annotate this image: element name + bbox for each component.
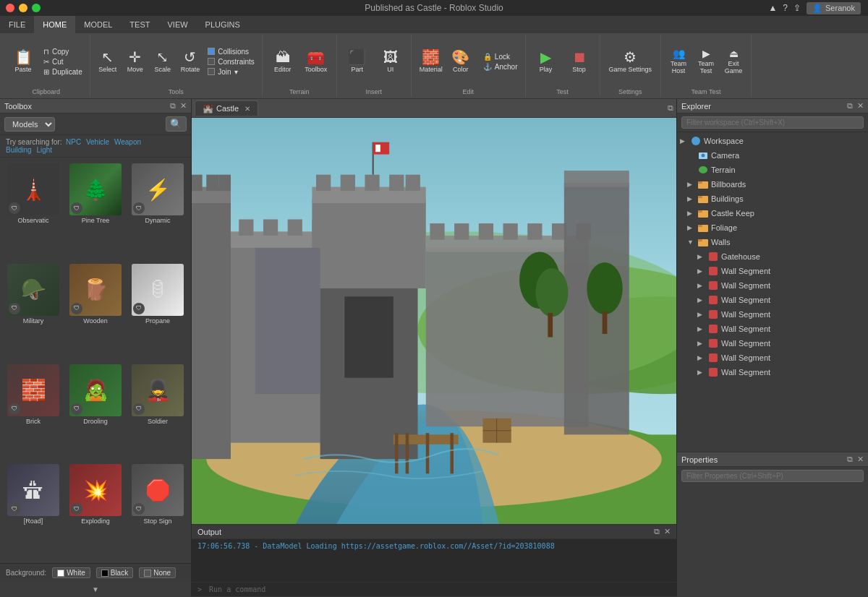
model-item-pine-tree[interactable]: 🌲🛡Pine Tree <box>65 160 126 259</box>
tab-view[interactable]: VIEW <box>158 16 196 33</box>
help-icon[interactable]: ? <box>783 3 788 13</box>
explorer-maximize-icon[interactable]: ⧉ <box>847 101 853 111</box>
lock-button[interactable]: 🔒 Lock <box>480 52 521 61</box>
tree-item-0[interactable]: ▶Workspace <box>677 134 868 148</box>
part-button[interactable]: ⬛ Part <box>341 47 373 76</box>
svg-rect-34 <box>454 223 469 239</box>
cut-button[interactable]: ✂ Cut <box>41 57 85 66</box>
search-button[interactable]: 🔍 <box>166 116 187 132</box>
properties-maximize-icon[interactable]: ⧉ <box>847 455 853 464</box>
join-button[interactable]: Join ▾ <box>205 67 258 77</box>
tree-item-1[interactable]: Camera <box>677 148 868 163</box>
models-dropdown[interactable]: Models <box>4 117 55 132</box>
stop-button[interactable]: ⏹ Stop <box>563 47 595 76</box>
model-item-[road][interactable]: 🛣🛡[Road] <box>3 461 64 560</box>
share-icon[interactable]: ⇪ <box>793 3 801 13</box>
explorer-search-input[interactable] <box>681 116 864 129</box>
model-item-stop-sign[interactable]: 🛑🛡Stop Sign <box>127 461 188 560</box>
bg-none-option[interactable]: None <box>139 567 176 578</box>
bg-white-option[interactable]: White <box>52 567 90 578</box>
close-button[interactable] <box>6 4 14 12</box>
output-close-icon[interactable]: ✕ <box>664 527 671 536</box>
toolbox-close-icon[interactable]: ✕ <box>180 101 187 111</box>
close-tab-button[interactable]: ✕ <box>244 105 250 113</box>
viewport-maximize-icon[interactable]: ⧉ <box>668 103 673 113</box>
suggestion-light[interactable]: Light <box>36 146 52 154</box>
tree-item-3[interactable]: ▶Billboards <box>677 177 868 192</box>
minimize-button[interactable] <box>19 4 27 12</box>
svg-rect-13 <box>263 220 278 236</box>
tree-item-15[interactable]: ▶Wall Segment <box>677 351 868 365</box>
castle-tab[interactable]: 🏰 Castle ✕ <box>195 100 258 116</box>
editor-button[interactable]: 🏔 Editor <box>267 47 299 76</box>
toolbox-button[interactable]: 🧰 Toolbox <box>300 47 332 76</box>
scale-button[interactable]: ⤡ Scale <box>150 48 176 75</box>
tree-item-13[interactable]: ▶Wall Segment <box>677 322 868 336</box>
tree-item-16[interactable]: ▶Wall Segment <box>677 365 868 379</box>
model-item-dynamic[interactable]: ⚡🛡Dynamic <box>127 160 188 259</box>
tab-plugins[interactable]: PLUGINS <box>197 16 249 33</box>
tree-item-12[interactable]: ▶Wall Segment <box>677 307 868 322</box>
model-item-drooling[interactable]: 🧟🛡Drooling <box>65 361 126 460</box>
up-arrow-icon[interactable]: ▲ <box>768 3 777 13</box>
explorer-close-icon[interactable]: ✕ <box>857 101 864 111</box>
model-item-exploding[interactable]: 💥🛡Exploding <box>65 461 126 560</box>
tab-test[interactable]: TEST <box>121 16 158 33</box>
tree-item-5[interactable]: ▶Castle Keep <box>677 206 868 220</box>
rotate-button[interactable]: ↺ Rotate <box>177 48 204 75</box>
color-button[interactable]: 🎨 Color <box>448 48 474 75</box>
paste-button[interactable]: 📋 Paste <box>7 47 39 76</box>
color-icon: 🎨 <box>451 50 469 64</box>
move-button[interactable]: ✛ Move <box>122 48 148 75</box>
svg-rect-23 <box>344 296 393 377</box>
collisions-button[interactable]: Collisions <box>205 47 258 56</box>
material-button[interactable]: 🧱 Material <box>416 48 446 75</box>
tree-item-8[interactable]: ▶Gatehouse <box>677 249 868 264</box>
suggestion-vehicle[interactable]: Vehicle <box>86 138 109 146</box>
tab-home[interactable]: HOME <box>34 16 75 33</box>
exit-game-button[interactable]: ⏏ ExitGame <box>720 46 746 77</box>
tree-item-11[interactable]: ▶Wall Segment <box>677 293 868 307</box>
bg-black-option[interactable]: Black <box>96 567 133 578</box>
user-button[interactable]: 👤 Seranok <box>807 2 861 14</box>
copy-button[interactable]: ⊓ Copy <box>41 47 85 56</box>
play-button[interactable]: ▶ Play <box>530 47 562 76</box>
tree-item-2[interactable]: Terrain <box>677 163 868 177</box>
model-item-propane[interactable]: 🛢🛡Propane <box>127 261 188 360</box>
model-item-brick[interactable]: 🧱🛡Brick <box>3 361 64 460</box>
properties-close-icon[interactable]: ✕ <box>857 455 864 464</box>
model-item-soldier[interactable]: 💂🛡Soldier <box>127 361 188 460</box>
game-settings-button[interactable]: ⚙ Game Settings <box>605 47 657 77</box>
ui-button[interactable]: 🖼 UI <box>375 47 407 76</box>
toolbox-maximize-icon[interactable]: ⧉ <box>170 101 176 111</box>
properties-search-input[interactable] <box>681 470 864 482</box>
team-host-icon: 👥 <box>673 48 685 59</box>
team-test-button[interactable]: ▶ TeamTest <box>693 46 719 77</box>
tree-item-4[interactable]: ▶Buildings <box>677 192 868 206</box>
select-button[interactable]: ↖ Select <box>95 48 121 75</box>
tree-item-10[interactable]: ▶Wall Segment <box>677 278 868 293</box>
suggestion-building[interactable]: Building <box>6 146 32 154</box>
command-bar[interactable]: > Run a command <box>192 582 676 596</box>
model-item-wooden[interactable]: 🪵🛡Wooden <box>65 261 126 360</box>
output-maximize-icon[interactable]: ⧉ <box>654 527 660 536</box>
tab-model[interactable]: MODEL <box>75 16 121 33</box>
suggestion-weapon[interactable]: Weapon <box>114 138 141 146</box>
viewport[interactable] <box>192 118 676 524</box>
tree-item-9[interactable]: ▶Wall Segment <box>677 264 868 278</box>
window-controls[interactable] <box>6 4 41 12</box>
maximize-button[interactable] <box>32 4 41 12</box>
svg-rect-53 <box>450 433 453 473</box>
model-item-military[interactable]: 🪖🛡Military <box>3 261 64 360</box>
tree-item-14[interactable]: ▶Wall Segment <box>677 336 868 351</box>
tree-item-7[interactable]: ▼Walls <box>677 235 868 249</box>
anchor-button[interactable]: ⚓ Anchor <box>480 62 521 72</box>
model-item-observatic[interactable]: 🗼🛡Observatic <box>3 160 64 259</box>
suggestion-npc[interactable]: NPC <box>66 138 81 146</box>
tree-item-6[interactable]: ▶Foliage <box>677 220 868 235</box>
tree-label-0: Workspace <box>704 137 744 145</box>
tab-file[interactable]: FILE <box>0 16 34 33</box>
constraints-button[interactable]: Constraints <box>205 57 258 66</box>
team-host-button[interactable]: 👥 TeamHost <box>665 46 692 77</box>
duplicate-button[interactable]: ⊞ Duplicate <box>41 67 85 77</box>
